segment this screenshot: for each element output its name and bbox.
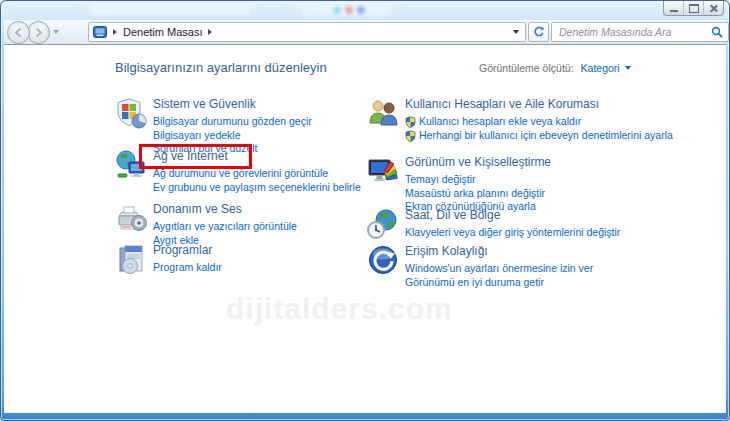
task-link[interactable]: Masaüstü arka planını değiştir — [405, 187, 551, 201]
back-arrow-icon — [13, 27, 24, 38]
appearance-personalization-icon[interactable] — [367, 155, 399, 187]
search-box — [551, 22, 729, 42]
control-panel-window: Denetim Masası Bilgisayarınızın ayarları… — [0, 0, 730, 421]
address-bar[interactable]: Denetim Masası — [88, 22, 526, 42]
uac-shield-icon — [405, 130, 416, 142]
category-ease-of-access: Erişim Kolaylığı Windows'un ayarları öne… — [367, 244, 593, 289]
address-toolbar: Denetim Masası — [4, 20, 726, 45]
system-security-icon[interactable] — [115, 97, 147, 129]
programs-icon[interactable] — [115, 243, 147, 275]
task-link[interactable]: Temayı değiştir — [405, 173, 551, 187]
minimize-icon — [670, 10, 678, 12]
breadcrumb-arrow-icon[interactable] — [208, 29, 212, 35]
category-hardware-sound: Donanım ve Ses Aygıtları ve yazıcıları g… — [115, 202, 297, 247]
view-by-value[interactable]: Kategori — [581, 62, 620, 74]
close-icon — [709, 4, 718, 13]
ease-of-access-icon[interactable] — [367, 244, 399, 276]
refresh-icon — [533, 26, 545, 38]
category-user-accounts: Kullanıcı Hesapları ve Aile Koruması — [367, 97, 673, 142]
clock-language-region-icon[interactable] — [367, 208, 399, 240]
watermark: dijitalders.com — [226, 292, 453, 326]
refresh-button[interactable] — [528, 22, 549, 42]
task-link-label: Kullanıcı hesapları ekle veya kaldır — [419, 115, 581, 129]
search-input[interactable] — [552, 26, 711, 38]
maximize-icon — [689, 4, 699, 13]
background-ghost — [345, 6, 353, 14]
category-appearance: Görünüm ve Kişiselleştirme Temayı değişt… — [367, 155, 551, 214]
minimize-button[interactable] — [664, 1, 684, 15]
category-title-network-internet[interactable]: Ağ ve Internet — [153, 149, 361, 163]
window-controls — [663, 1, 724, 16]
title-bar — [1, 1, 729, 20]
task-link[interactable]: Ev grubunu ve paylaşım seçeneklerini bel… — [153, 181, 361, 195]
view-by-dropdown[interactable]: Kategori — [581, 62, 631, 74]
task-link[interactable]: Bilgisayarı yedekle — [153, 129, 312, 143]
category-title-system-security[interactable]: Sistem ve Güvenlik — [153, 97, 312, 111]
breadcrumb-item[interactable]: Denetim Masası — [123, 26, 202, 38]
recent-pages-chevron-icon[interactable] — [53, 30, 59, 34]
category-title-user-accounts[interactable]: Kullanıcı Hesapları ve Aile Koruması — [405, 97, 673, 111]
category-title-ease-of-access[interactable]: Erişim Kolaylığı — [405, 244, 593, 258]
category-network-internet: Ağ ve Internet Ağ durumunu ve görevlerin… — [115, 149, 361, 194]
category-title-hardware-sound[interactable]: Donanım ve Ses — [153, 202, 297, 216]
search-icon[interactable] — [711, 26, 723, 38]
address-dropdown-icon[interactable] — [513, 30, 519, 34]
background-ghost — [333, 6, 341, 14]
view-by-control: Görüntüleme ölçütü: Kategori — [479, 62, 631, 74]
uac-shield-icon — [405, 116, 416, 128]
breadcrumb-arrow-icon — [113, 29, 117, 35]
task-link[interactable]: Windows'un ayarları önermesine izin ver — [405, 262, 593, 276]
background-ghost — [91, 5, 251, 15]
background-ghost — [357, 6, 365, 14]
task-link[interactable]: Program kaldır — [153, 261, 222, 275]
task-link[interactable]: Klavyeleri veya diğer giriş yöntemlerini… — [405, 226, 620, 240]
task-link-label: Herhangi bir kullanıcı için ebeveyn dene… — [419, 129, 673, 143]
page-title: Bilgisayarınızın ayarlarını düzenleyin — [115, 60, 327, 75]
task-link[interactable]: Ağ durumunu ve görevlerini görüntüle — [153, 167, 361, 181]
category-system-security: Sistem ve Güvenlik Bilgisayar durumunu g… — [115, 97, 312, 156]
category-title-programs[interactable]: Programlar — [153, 243, 222, 257]
forward-arrow-icon — [33, 27, 44, 38]
category-title-clock-language-region[interactable]: Saat, Dil ve Bölge — [405, 208, 620, 222]
forward-button[interactable] — [27, 21, 50, 44]
chevron-down-icon — [625, 66, 631, 70]
content-area: Bilgisayarınızın ayarlarını düzenleyin G… — [4, 45, 726, 413]
category-title-appearance[interactable]: Görünüm ve Kişiselleştirme — [405, 155, 551, 169]
task-link[interactable]: Aygıtları ve yazıcıları görüntüle — [153, 220, 297, 234]
network-internet-icon[interactable] — [115, 149, 147, 181]
task-link[interactable]: Herhangi bir kullanıcı için ebeveyn dene… — [405, 129, 673, 143]
close-button[interactable] — [704, 1, 723, 15]
control-panel-icon — [93, 26, 107, 38]
task-link[interactable]: Bilgisayar durumunu gözden geçir — [153, 115, 312, 129]
task-link[interactable]: Görünümü en iyi duruma getir — [405, 276, 593, 290]
task-link[interactable]: Kullanıcı hesapları ekle veya kaldır — [405, 115, 673, 129]
category-clock-language-region: Saat, Dil ve Bölge Klavyeleri veya diğer… — [367, 208, 620, 240]
category-programs: Programlar Program kaldır — [115, 243, 222, 275]
back-button[interactable] — [7, 21, 30, 44]
view-by-label: Görüntüleme ölçütü: — [479, 62, 574, 74]
user-accounts-icon[interactable] — [367, 97, 399, 129]
maximize-button[interactable] — [684, 1, 704, 15]
hardware-sound-icon[interactable] — [115, 202, 147, 234]
